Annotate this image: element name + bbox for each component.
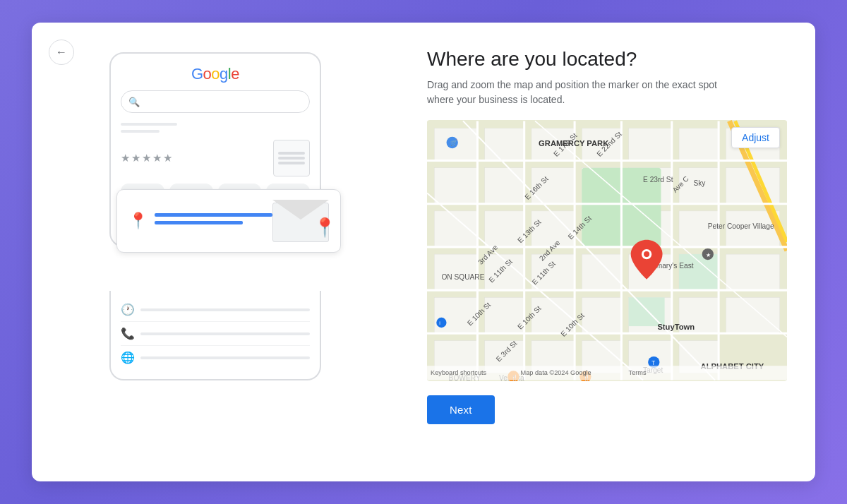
svg-point-105 (644, 251, 649, 257)
left-panel: ← Google 🔍 ★ (32, 23, 399, 481)
svg-rect-32 (582, 297, 621, 333)
map-svg: E 17th St E 22nd St E 16th St E 14th St … (427, 120, 787, 381)
svg-text:★: ★ (706, 252, 711, 258)
svg-rect-43 (679, 254, 719, 290)
star-4: ★ (152, 152, 162, 164)
phone-mockup: Google 🔍 ★ ★ ★ ★ (95, 52, 335, 380)
svg-text:Terms: Terms (629, 369, 647, 376)
page-title: Where are you located? (427, 48, 787, 71)
search-icon: 🔍 (128, 97, 140, 107)
back-arrow-icon: ← (56, 46, 67, 59)
svg-rect-22 (434, 254, 477, 290)
text-lines (121, 123, 310, 133)
svg-text:Sky: Sky (693, 179, 706, 187)
line-1 (121, 123, 177, 126)
phone-icon: 📞 (121, 327, 133, 340)
svg-text:E 23rd St: E 23rd St (643, 176, 673, 184)
svg-rect-28 (726, 254, 780, 290)
svg-rect-29 (434, 297, 477, 333)
line-2 (121, 130, 160, 133)
back-button[interactable]: ← (49, 40, 74, 65)
svg-text:ON SQUARE: ON SQUARE (441, 273, 484, 281)
svg-text:GRAMERCY PARK: GRAMERCY PARK (539, 139, 608, 148)
svg-rect-5 (629, 128, 672, 161)
svg-text:🛒: 🛒 (450, 139, 458, 147)
info-line-3 (140, 356, 310, 359)
star-2: ★ (131, 152, 140, 164)
svg-rect-25 (582, 254, 621, 290)
loc-line-1 (155, 213, 272, 217)
star-1: ★ (121, 152, 130, 164)
next-button[interactable]: Next (427, 395, 495, 424)
main-card: ← Google 🔍 ★ (32, 23, 815, 481)
loc-line-2 (155, 221, 243, 224)
info-line-2 (140, 332, 310, 335)
info-row-clock: 🕐 (121, 298, 310, 322)
image-placeholder (273, 140, 310, 176)
svg-rect-15 (434, 211, 477, 247)
svg-rect-24 (531, 254, 575, 290)
phone-screen: Google 🔍 ★ ★ ★ ★ (109, 52, 321, 247)
info-row-phone: 📞 (121, 322, 310, 346)
svg-text:T: T (651, 360, 655, 366)
blue-pin-icon: 📍 (128, 212, 148, 230)
info-line-1 (140, 308, 310, 311)
star-5: ★ (163, 152, 172, 164)
svg-text:Keyboard shortcuts: Keyboard shortcuts (431, 369, 486, 376)
svg-rect-2 (485, 128, 524, 161)
google-logo: Google (121, 65, 310, 83)
svg-rect-35 (726, 297, 780, 333)
globe-icon: 🌐 (121, 351, 133, 364)
svg-text:Map data ©2024 Google: Map data ©2024 Google (521, 369, 591, 376)
map-container[interactable]: E 17th St E 22nd St E 16th St E 14th St … (427, 120, 787, 381)
location-card: 📍 📍 (116, 189, 341, 253)
svg-point-93 (436, 318, 446, 328)
location-lines (155, 213, 272, 229)
svg-text:StuyTown: StuyTown (657, 323, 695, 331)
svg-rect-6 (679, 128, 719, 161)
svg-rect-9 (485, 168, 524, 204)
info-row-web: 🌐 (121, 346, 310, 369)
info-rows: 🕐 📞 🌐 (109, 291, 321, 380)
stars-area: ★ ★ ★ ★ ★ (121, 152, 266, 164)
adjust-button[interactable]: Adjust (731, 127, 780, 148)
red-pin-icon: 📍 (313, 217, 336, 239)
envelope: 📍 (272, 200, 329, 242)
location-left: 📍 (128, 212, 272, 230)
search-bar: 🔍 (121, 90, 310, 113)
svg-rect-8 (434, 168, 477, 204)
result-row: ★ ★ ★ ★ ★ (121, 140, 310, 176)
clock-icon: 🕐 (121, 303, 133, 316)
right-panel: Where are you located? Drag and zoom the… (399, 23, 815, 481)
star-3: ★ (142, 152, 151, 164)
page-description: Drag and zoom the map and position the m… (427, 78, 738, 107)
svg-text:Peter Cooper Village: Peter Cooper Village (708, 222, 774, 230)
